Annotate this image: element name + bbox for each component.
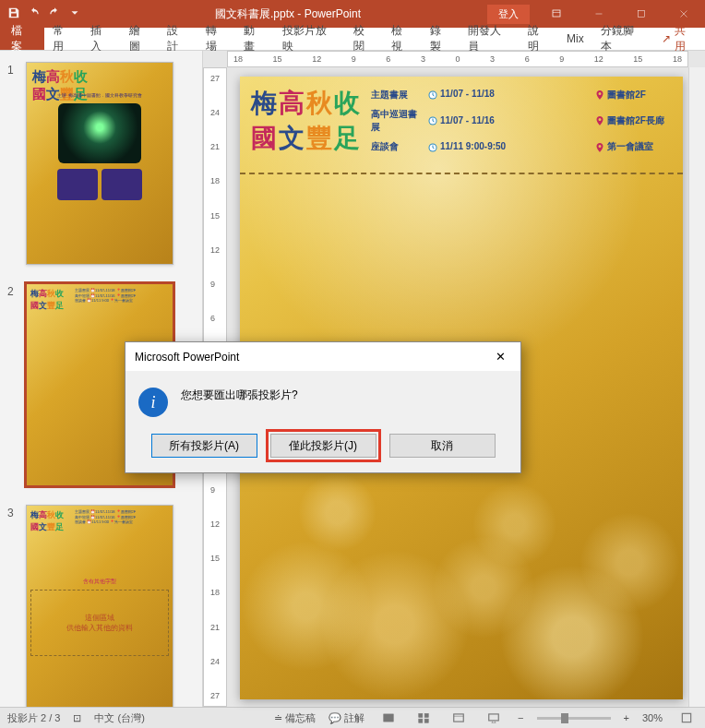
thumb-number: 2 <box>7 283 26 486</box>
dialog-message: 您想要匯出哪張投影片? <box>181 388 298 403</box>
accessibility-icon[interactable]: ⊡ <box>73 712 81 724</box>
tab-file[interactable]: 檔案 <box>0 28 44 50</box>
tab-animations[interactable]: 動畫 <box>235 28 274 50</box>
tab-design[interactable]: 設計 <box>159 28 197 50</box>
normal-view-icon[interactable] <box>377 710 400 726</box>
slideshow-view-icon[interactable] <box>483 710 505 726</box>
thumb-number: 3 <box>7 505 26 707</box>
slide-counter[interactable]: 投影片 2 / 3 <box>7 711 60 725</box>
tab-review[interactable]: 校閱 <box>345 28 384 50</box>
zoom-slider[interactable] <box>537 717 611 720</box>
login-button[interactable]: 登入 <box>487 5 530 24</box>
tab-slideshow[interactable]: 投影片放映 <box>274 28 345 50</box>
quick-access-toolbar <box>0 6 89 22</box>
info-icon: i <box>138 388 168 417</box>
tab-record[interactable]: 錄製 <box>422 28 460 50</box>
svg-rect-8 <box>384 714 394 722</box>
svg-rect-12 <box>424 719 428 722</box>
svg-rect-14 <box>489 714 499 721</box>
window-buttons: 登入 <box>487 0 705 28</box>
svg-rect-11 <box>419 719 423 722</box>
comments-button[interactable]: 💬 註解 <box>329 711 364 725</box>
fit-window-icon[interactable] <box>675 710 698 726</box>
reading-view-icon[interactable] <box>448 710 470 726</box>
slide-logo: 梅高秋收 國文豐足 <box>251 86 362 156</box>
share-button[interactable]: ↗ 共用 <box>652 28 705 50</box>
tab-insert[interactable]: 插入 <box>82 28 121 50</box>
status-bar: 投影片 2 / 3 ⊡ 中文 (台灣) ≐ 備忘稿 💬 註解 − + 30% <box>0 707 705 728</box>
zoom-in-button[interactable]: + <box>624 712 629 723</box>
this-slide-only-button[interactable]: 僅此投影片(J) <box>270 434 376 458</box>
dialog-title: Microsoft PowerPoint <box>135 351 239 364</box>
svg-rect-15 <box>682 713 690 722</box>
slide-info-grid: 主題書展 11/07 - 11/18 圖書館2F 高中巡迴書展 11/07 - … <box>371 86 672 156</box>
thumbnail-slide-1[interactable]: 梅高秋收 國文豐足 主辦 梅高國中圖書館．國文科教學研究會 <box>26 62 173 265</box>
svg-rect-1 <box>639 11 645 18</box>
save-icon[interactable] <box>7 6 20 22</box>
dialog-close-icon[interactable]: ✕ <box>489 350 511 364</box>
horizontal-ruler: 1815129630369121518 <box>227 51 688 67</box>
notes-button[interactable]: ≐ 備忘稿 <box>274 711 316 725</box>
zoom-out-button[interactable]: − <box>518 712 523 723</box>
cancel-button[interactable]: 取消 <box>389 434 496 458</box>
ribbon-tabs: 檔案 常用 插入 繪圖 設計 轉場 動畫 投影片放映 校閱 檢視 錄製 開發人員… <box>0 28 705 51</box>
tab-draw[interactable]: 繪圖 <box>121 28 160 50</box>
svg-rect-10 <box>424 713 428 717</box>
all-slides-button[interactable]: 所有投影片(A) <box>151 434 257 458</box>
language-indicator[interactable]: 中文 (台灣) <box>94 711 144 725</box>
thumbnail-slide-3[interactable]: 梅高秋收 國文豐足 主題書展 ⏰11/07-11/18 📍圖書館2F高中巡迴 ⏰… <box>26 505 173 707</box>
export-dialog: Microsoft PowerPoint ✕ i 您想要匯出哪張投影片? 所有投… <box>125 341 521 473</box>
svg-rect-0 <box>553 10 560 17</box>
vertical-scrollbar[interactable] <box>688 67 705 707</box>
tab-developer[interactable]: 開發人員 <box>460 28 520 50</box>
tab-help[interactable]: 說明 <box>520 28 558 50</box>
tab-storyboard[interactable]: 分鏡腳本 <box>592 28 652 50</box>
undo-icon[interactable] <box>28 6 41 22</box>
thumb-number: 1 <box>7 62 26 265</box>
svg-rect-13 <box>454 714 464 722</box>
tab-home[interactable]: 常用 <box>44 28 83 50</box>
svg-rect-9 <box>419 713 423 717</box>
zoom-level[interactable]: 30% <box>642 712 663 723</box>
sorter-view-icon[interactable] <box>412 710 435 726</box>
redo-icon[interactable] <box>48 6 61 22</box>
tab-transitions[interactable]: 轉場 <box>197 28 236 50</box>
tab-view[interactable]: 檢視 <box>383 28 422 50</box>
window-title: 國文科書展.pptx - PowerPoint <box>89 6 487 22</box>
dropdown-icon[interactable] <box>68 6 81 22</box>
tab-mix[interactable]: Mix <box>558 28 592 50</box>
